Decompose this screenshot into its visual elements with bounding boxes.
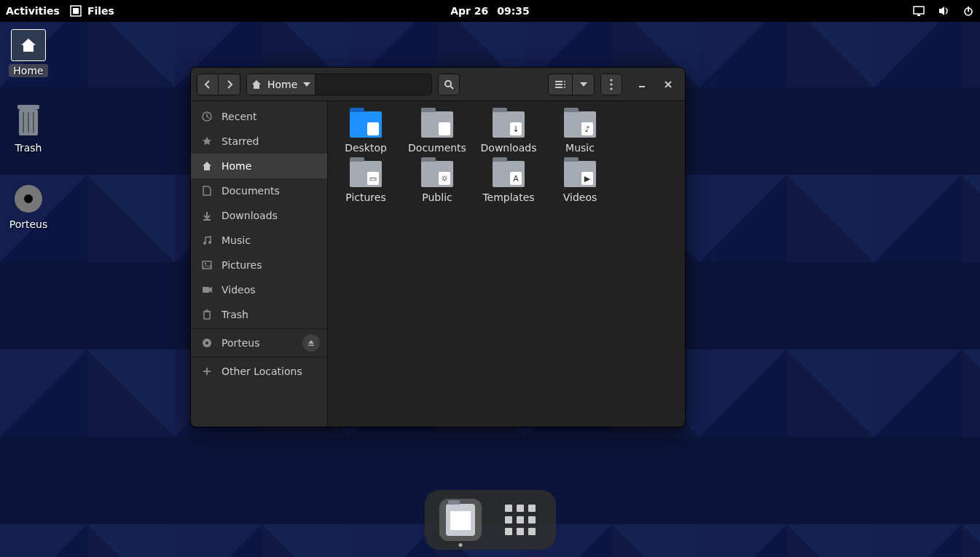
search-button[interactable] [438, 74, 460, 95]
video-icon [201, 284, 213, 296]
files-icon [446, 504, 475, 536]
folder-badge-icon: ▭ [367, 172, 379, 185]
svg-rect-3 [917, 15, 920, 16]
doc-icon [201, 185, 213, 197]
svg-marker-35 [209, 287, 212, 293]
dock [425, 490, 556, 550]
forward-button[interactable] [219, 74, 240, 95]
folder-templates[interactable]: ATemplates [477, 161, 541, 203]
sidebar-item-recent[interactable]: Recent [191, 104, 327, 129]
plus-icon [201, 366, 213, 377]
svg-point-20 [610, 83, 612, 85]
folder-desktop[interactable]: Desktop [334, 111, 398, 154]
trash-icon [12, 106, 45, 139]
close-button[interactable] [657, 74, 679, 95]
folder-label: Music [565, 142, 595, 154]
pathbar[interactable]: Home [246, 74, 315, 95]
home-folder-icon [11, 29, 46, 61]
svg-marker-9 [303, 82, 310, 87]
path-label: Home [267, 79, 297, 90]
folder-music[interactable]: ♪Music [548, 111, 612, 154]
location-entry[interactable] [315, 74, 432, 95]
sidebar-item-documents[interactable]: Documents [191, 178, 327, 203]
eject-button[interactable] [302, 334, 320, 352]
dock-show-apps-button[interactable] [499, 499, 541, 541]
sidebar-item-label: Other Locations [222, 366, 302, 377]
sidebar-item-label: Downloads [222, 210, 278, 221]
sidebar-item-other-locations[interactable]: Other Locations [191, 359, 327, 384]
svg-point-21 [610, 87, 612, 90]
folder-icon: ⛭ [421, 161, 453, 187]
files-app-icon [70, 5, 82, 17]
sidebar-item-porteus[interactable]: Porteus [191, 331, 327, 355]
disc-icon [201, 337, 213, 349]
folder-public[interactable]: ⛭Public [405, 161, 469, 203]
files-window: Home [190, 67, 686, 427]
folder-label: Downloads [481, 142, 537, 154]
desktop-trash-icon[interactable]: Trash [4, 106, 53, 154]
svg-point-31 [208, 241, 211, 244]
svg-point-16 [564, 84, 565, 85]
power-indicator-icon[interactable] [963, 5, 974, 17]
folder-documents[interactable]: Documents [405, 111, 469, 154]
dock-files-button[interactable] [439, 499, 482, 541]
svg-marker-41 [308, 340, 314, 344]
volume-indicator-icon[interactable] [938, 5, 949, 17]
desktop-porteus-icon[interactable]: Porteus [4, 182, 53, 230]
svg-marker-26 [203, 137, 211, 145]
folder-pictures[interactable]: ▭Pictures [334, 161, 398, 203]
folder-label: Templates [482, 191, 534, 203]
view-options-button[interactable] [573, 74, 595, 95]
sidebar-item-pictures[interactable]: Pictures [191, 253, 327, 277]
sidebar-item-trash[interactable]: Trash [191, 302, 327, 327]
svg-rect-36 [204, 312, 210, 319]
path-dropdown-icon[interactable] [303, 82, 310, 87]
svg-rect-34 [203, 287, 209, 293]
desktop-trash-label: Trash [15, 142, 42, 154]
panel-time[interactable]: 09:35 [497, 5, 530, 17]
desktop-home-label: Home [9, 64, 47, 77]
sidebar-item-label: Documents [222, 185, 280, 197]
sidebar-item-home[interactable]: Home [191, 154, 327, 178]
folder-label: Pictures [345, 191, 385, 203]
activities-button[interactable]: Activities [6, 5, 60, 17]
nav-buttons [197, 74, 240, 95]
sidebar-item-label: Starred [222, 135, 259, 147]
trash-icon [201, 309, 213, 320]
sidebar-item-label: Pictures [222, 259, 262, 271]
folder-label: Desktop [345, 142, 387, 154]
folder-videos[interactable]: ▶Videos [548, 161, 612, 203]
sidebar-item-starred[interactable]: Starred [191, 129, 327, 154]
svg-point-15 [564, 81, 565, 82]
sidebar-item-label: Videos [222, 284, 256, 296]
svg-rect-2 [914, 7, 924, 14]
desktop-home-icon[interactable]: Home [4, 29, 53, 77]
folder-icon [421, 111, 453, 138]
sidebar-item-music[interactable]: Music [191, 228, 327, 253]
display-indicator-icon[interactable] [913, 5, 925, 17]
star-icon [201, 135, 213, 147]
svg-point-10 [445, 81, 451, 87]
svg-marker-4 [939, 7, 944, 15]
list-view-button[interactable] [548, 74, 573, 95]
hamburger-menu-button[interactable] [600, 74, 622, 95]
home-icon [251, 79, 262, 90]
minimize-button[interactable] [631, 74, 653, 95]
sidebar-item-downloads[interactable]: Downloads [191, 203, 327, 228]
folder-label: Documents [408, 142, 466, 154]
back-button[interactable] [197, 74, 219, 95]
panel-date[interactable]: Apr 26 [450, 5, 488, 17]
current-app-menu[interactable]: Files [70, 5, 114, 17]
folder-downloads[interactable]: ↓Downloads [477, 111, 541, 154]
icon-view[interactable]: Desktop Documents↓Downloads♪Music▭Pictur… [328, 101, 685, 427]
view-buttons [548, 74, 595, 95]
sidebar-item-videos[interactable]: Videos [191, 277, 327, 302]
folder-icon: ▭ [350, 161, 382, 187]
svg-rect-1 [73, 8, 79, 14]
top-panel: Activities Files Apr 26 09:35 [0, 0, 980, 22]
svg-point-33 [205, 263, 206, 264]
svg-point-19 [610, 79, 612, 81]
window-titlebar[interactable]: Home [191, 68, 685, 101]
down-icon [201, 210, 213, 221]
sidebar-item-label: Porteus [222, 337, 260, 349]
